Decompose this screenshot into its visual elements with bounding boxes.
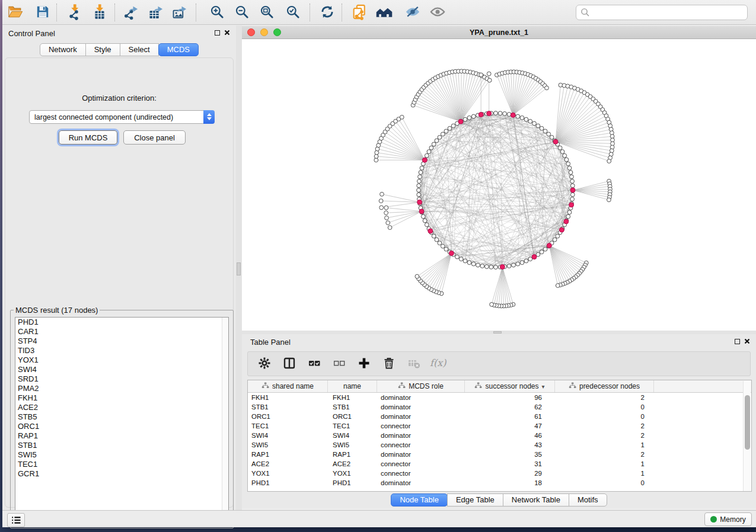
export-table-icon [148,4,164,22]
horizontal-splitter-handle[interactable] [493,331,502,334]
zoom-in-button[interactable] [208,3,227,22]
cell-predecessor_nodes: 0 [555,478,654,488]
tab-style[interactable]: Style [85,43,120,56]
tab-select[interactable]: Select [120,43,159,56]
export-network-button[interactable] [122,3,141,22]
column-header-predecessor_nodes[interactable]: predecessor nodes [555,380,654,392]
mcds-result-item[interactable]: STB1 [15,441,228,450]
tab-network[interactable]: Network [40,43,86,56]
delete-column-button[interactable] [381,355,397,372]
mcds-result-item[interactable]: TID3 [15,346,228,355]
zoom-fit-button[interactable] [257,3,276,22]
memory-label: Memory [720,515,745,524]
zoom-selected-button[interactable] [283,3,302,22]
vertical-splitter-handle[interactable] [237,262,241,275]
close-panel-button[interactable]: Close panel [123,130,186,145]
add-column-button[interactable] [356,355,372,372]
refresh-layout-button[interactable] [318,3,337,22]
mcds-result-item[interactable]: TEC1 [15,460,228,469]
zoom-out-button[interactable] [232,3,251,22]
column-header-name[interactable]: name [328,380,377,392]
mcds-result-item[interactable]: PHD1 [15,318,228,327]
tab-node-table[interactable]: Node Table [391,493,448,507]
table-row[interactable]: SWI5SWI5connector431 [248,440,751,450]
cell-successor_nodes: 18 [465,478,555,488]
control-panel-title: Control Panel [8,29,55,38]
shared-column-icon [261,382,269,391]
function-builder-icon: f(x) [429,356,449,372]
mcds-result-item[interactable]: FKH1 [15,393,228,403]
first-neighbors-button[interactable] [375,3,394,22]
table-settings-button[interactable] [256,355,273,372]
mcds-list-scrollbar[interactable] [222,318,228,525]
export-table-button[interactable] [146,3,165,22]
table-scrollbar-thumb[interactable] [745,395,750,450]
mcds-result-item[interactable]: CAR1 [15,327,228,336]
mcds-result-item[interactable]: SWI4 [15,365,228,374]
zoom-fit-icon [259,4,275,21]
cell-name: PHD1 [328,478,377,488]
duplicate-network-button[interactable] [350,3,369,22]
run-mcds-button[interactable]: Run MCDS [59,130,117,145]
import-table-button[interactable] [90,3,109,22]
cell-successor_nodes: 35 [465,450,555,459]
column-header-shared_name[interactable]: shared name [248,380,328,392]
cell-mcds_role: dominator [377,431,465,440]
table-row[interactable]: YOX1YOX1connector291 [248,469,751,478]
table-panel-tabs: Node TableEdge TableNetwork TableMotifs [242,493,756,507]
mcds-result-list[interactable]: PHD1CAR1STP4TID3YOX1SWI4SRD1PMA2FKH1ACE2… [15,317,229,525]
table-toolbar: f(x) [247,351,751,376]
mcds-result-item[interactable]: ACE2 [15,403,228,412]
mcds-result-item[interactable]: STP4 [15,336,228,346]
import-network-button[interactable] [65,3,84,22]
tab-edge-table[interactable]: Edge Table [447,493,503,507]
mcds-result-item[interactable]: SWI5 [15,450,228,460]
hide-selected-icon [404,4,421,22]
close-panel-icon[interactable] [224,30,230,36]
export-image-button[interactable] [170,3,189,22]
tab-network-table[interactable]: Network Table [503,493,569,507]
mcds-result-item[interactable]: GCR1 [15,469,228,479]
mcds-result-item[interactable]: RAP1 [15,431,228,441]
task-history-button[interactable] [7,513,25,527]
mcds-result-item[interactable]: YOX1 [15,355,228,365]
table-row[interactable]: RAP1RAP1dominator352 [248,450,751,459]
table-row[interactable]: STB1STB1dominator620 [248,402,751,412]
save-session-button[interactable] [33,3,52,22]
tab-motifs[interactable]: Motifs [569,493,607,507]
table-row[interactable]: FKH1FKH1dominator962 [248,393,751,402]
show-all-button[interactable] [428,3,447,22]
network-graph[interactable] [242,39,756,331]
vertical-splitter[interactable] [236,25,242,511]
table-row[interactable]: PHD1PHD1dominator180 [248,478,751,488]
close-table-panel-icon[interactable] [744,338,750,344]
table-row[interactable]: ORC1ORC1dominator610 [248,412,751,421]
mcds-result-item[interactable]: SRD1 [15,374,228,384]
float-table-panel-icon[interactable] [735,339,740,344]
network-view-panel: YPA_prune.txt_1 [242,25,756,331]
column-header-successor_nodes[interactable]: successor nodes▾ [465,380,555,392]
search-input[interactable] [590,7,747,18]
import-table-icon [91,4,108,22]
deselect-all-rows-button[interactable] [331,355,347,372]
column-selector-button[interactable] [281,355,298,372]
table-row[interactable]: ACE2ACE2connector311 [248,459,751,469]
memory-button[interactable]: Memory [704,512,752,526]
hide-selected-button[interactable] [403,3,422,22]
select-all-rows-button[interactable] [306,355,323,372]
tab-mcds[interactable]: MCDS [158,43,199,56]
mcds-result-item[interactable]: ORC1 [15,422,228,431]
table-row[interactable]: TEC1TEC1connector472 [248,421,751,431]
float-panel-icon[interactable] [215,30,220,36]
table-scrollbar[interactable] [743,381,751,491]
select-all-rows-icon [307,356,322,372]
open-file-button[interactable] [6,3,25,22]
cell-name: ORC1 [328,412,377,421]
cell-shared_name: ORC1 [248,412,328,421]
table-row[interactable]: SWI4SWI4dominator462 [248,431,751,440]
optimization-select[interactable]: largest connected component (undirected) [29,110,215,124]
network-canvas[interactable] [242,39,756,331]
mcds-result-item[interactable]: PMA2 [15,384,228,393]
mcds-result-item[interactable]: STB5 [15,412,228,422]
column-header-mcds_role[interactable]: MCDS role [377,380,465,392]
